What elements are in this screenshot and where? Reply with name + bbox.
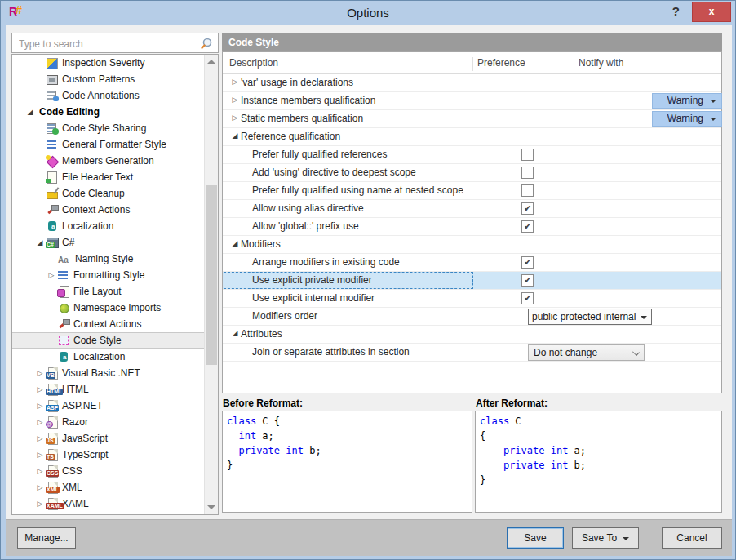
tree-item-file-layout[interactable]: File Layout	[12, 283, 218, 300]
tree-item-html[interactable]: HTMLHTML	[12, 381, 218, 398]
tree-item-xml[interactable]: XMLXML	[12, 479, 218, 496]
save-button[interactable]: Save	[507, 527, 564, 549]
tree-item-c-[interactable]: C#C#	[12, 234, 218, 251]
checkbox-checked[interactable]	[521, 274, 534, 287]
option-row-prefer-fully-qualified-references[interactable]: Prefer fully qualified references	[223, 146, 721, 164]
tree-item-code-style[interactable]: Code Style	[12, 332, 218, 349]
option-row-add-using-directive-to-deepest-scope[interactable]: Add 'using' directive to deepest scope	[223, 164, 721, 182]
expander-closed-icon[interactable]	[34, 385, 46, 393]
tree-item-context-actions[interactable]: Context Actions	[12, 316, 218, 332]
checkbox-unchecked[interactable]	[521, 167, 534, 179]
tree-item-asp-net[interactable]: ASPASP.NET	[12, 398, 218, 414]
option-row-static-members-qualification[interactable]: Static members qualificationWarning	[223, 110, 721, 128]
option-row-instance-members-qualification[interactable]: Instance members qualificationWarning	[223, 92, 721, 110]
fileheader-icon	[46, 171, 59, 184]
expander-open-icon[interactable]	[34, 238, 46, 247]
inspection-icon	[46, 56, 59, 69]
option-label: Instance members qualification	[241, 95, 375, 106]
expander-closed-icon[interactable]	[34, 434, 46, 442]
expander-closed-icon[interactable]	[34, 402, 46, 410]
tree-item-general-formatter-style[interactable]: General Formatter Style	[12, 136, 218, 153]
expander-closed-icon[interactable]	[34, 451, 46, 459]
tree-item-javascript[interactable]: JSJavaScript	[12, 430, 218, 447]
tree-item-code-editing[interactable]: Code Editing	[12, 104, 218, 120]
tree-item-typescript[interactable]: TSTypeScript	[12, 447, 218, 463]
option-row-use-explicit-private-modifier[interactable]: Use explicit private modifier	[223, 272, 721, 290]
preference-dropdown[interactable]: public protected internal	[528, 309, 652, 325]
option-row-modifiers[interactable]: Modifiers	[223, 236, 721, 254]
option-row-allow-global-prefix-use[interactable]: Allow 'global::' prefix use	[223, 218, 721, 236]
tree-item-custom-patterns[interactable]: Custom Patterns	[12, 71, 218, 87]
search-input[interactable]	[17, 36, 196, 51]
preference-dropdown[interactable]: Do not change	[528, 344, 645, 361]
option-row-arrange-modifiers-in-existing-code[interactable]: Arrange modifiers in existing code	[223, 254, 721, 272]
expander-closed-icon[interactable]	[229, 113, 241, 122]
tree-item-namespace-imports[interactable]: Namespace Imports	[12, 300, 218, 316]
tree-item-formatting-style[interactable]: Formatting Style	[12, 267, 218, 283]
checkbox-checked[interactable]	[521, 202, 534, 215]
tree-item-members-generation[interactable]: Members Generation	[12, 153, 218, 169]
tree-item-inspection-severity[interactable]: Inspection Severity	[12, 55, 218, 71]
expander-closed-icon[interactable]	[229, 78, 241, 86]
option-row-allow-using-alias-directive[interactable]: Allow using alias directive	[223, 200, 721, 218]
expander-closed-icon[interactable]	[34, 483, 46, 491]
tree-item-naming-style[interactable]: AaNaming Style	[12, 251, 218, 267]
dialog-content: Inspection SeverityCustom PatternsCode A…	[6, 25, 732, 556]
notify-with-dropdown[interactable]: Warning	[652, 93, 722, 109]
checkbox-checked[interactable]	[521, 220, 534, 233]
expander-open-icon[interactable]	[229, 131, 241, 140]
tree-item-code-annotations[interactable]: Code Annotations	[12, 87, 218, 104]
tree-item-localization[interactable]: aLocalization	[12, 349, 218, 365]
tree-item-code-cleanup[interactable]: Code Cleanup	[12, 185, 218, 202]
tree-item-code-style-sharing[interactable]: Code Style Sharing	[12, 120, 218, 136]
tree-scrollbar[interactable]	[204, 55, 218, 514]
expander-open-icon[interactable]	[229, 329, 241, 337]
tree-item-context-actions[interactable]: Context Actions	[12, 202, 218, 218]
option-row-use-explicit-internal-modifier[interactable]: Use explicit internal modifier	[223, 290, 721, 308]
save-to-button[interactable]: Save To	[572, 527, 639, 549]
expander-open-icon[interactable]	[24, 108, 36, 116]
tree-item-label: XAML	[62, 498, 89, 509]
option-row-modifiers-order[interactable]: Modifiers orderpublic protected internal	[223, 308, 721, 326]
tree-item-xaml[interactable]: XAMLXAML	[12, 496, 218, 512]
tree-item-file-header-text[interactable]: File Header Text	[12, 169, 218, 185]
dropdown-arrow-icon	[641, 316, 647, 319]
option-row-join-or-separate-attributes-in-section[interactable]: Join or separate attributes in sectionDo…	[223, 344, 721, 362]
column-preference: Preference	[477, 57, 525, 69]
help-button[interactable]: ?	[672, 4, 680, 18]
checkbox-unchecked[interactable]	[521, 184, 534, 197]
option-row-prefer-fully-qualified-using-name-at-nested-scope[interactable]: Prefer fully qualified using name at nes…	[223, 182, 721, 200]
tree-item-label: Members Generation	[62, 155, 154, 167]
page-icon: @	[46, 416, 59, 429]
expander-closed-icon[interactable]	[34, 500, 46, 508]
notify-with-dropdown[interactable]: Warning	[652, 111, 722, 127]
tree-item-css[interactable]: CSSCSS	[12, 463, 218, 479]
filelayout-icon	[57, 285, 70, 298]
expander-closed-icon[interactable]	[46, 271, 57, 279]
scroll-down-icon[interactable]	[207, 505, 215, 509]
cancel-button[interactable]: Cancel	[662, 527, 722, 549]
close-button[interactable]: x	[692, 2, 731, 22]
scroll-up-icon[interactable]	[207, 60, 215, 64]
expander-closed-icon[interactable]	[34, 418, 46, 426]
scrollbar-thumb[interactable]	[206, 185, 217, 365]
tree-item-localization[interactable]: aLocalization	[12, 218, 218, 234]
tree-item-label: Localization	[62, 220, 113, 232]
tree-item-label: Code Style	[73, 335, 122, 346]
tree-item-visual-basic-net[interactable]: VBVisual Basic .NET	[12, 365, 218, 381]
checkbox-unchecked[interactable]	[521, 149, 534, 161]
tree-item-label: Context Actions	[62, 204, 130, 216]
manage-button[interactable]: Manage...	[17, 527, 76, 549]
option-row-attributes[interactable]: Attributes	[223, 326, 721, 344]
expander-closed-icon[interactable]	[34, 467, 46, 475]
option-row-reference-qualification[interactable]: Reference qualification	[223, 128, 721, 146]
expander-closed-icon[interactable]	[229, 96, 241, 104]
expander-open-icon[interactable]	[229, 239, 241, 247]
expander-closed-icon[interactable]	[34, 369, 46, 377]
search-box	[11, 33, 219, 53]
checkbox-checked[interactable]	[521, 256, 534, 269]
save-to-label: Save To	[582, 532, 617, 544]
option-row--var-usage-in-declarations[interactable]: 'var' usage in declarations	[223, 74, 721, 92]
tree-item-razor[interactable]: @Razor	[12, 414, 218, 430]
checkbox-checked[interactable]	[521, 292, 534, 304]
